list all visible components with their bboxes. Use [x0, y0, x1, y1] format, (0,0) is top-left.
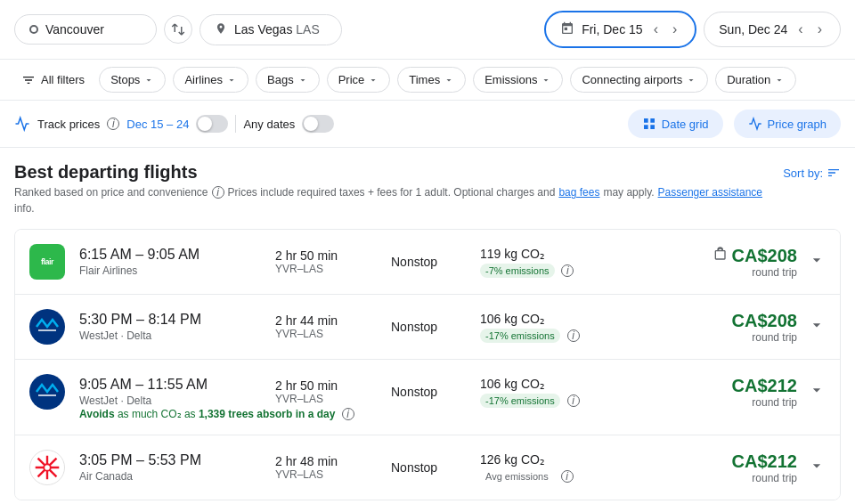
expand-flight-button[interactable] [808, 457, 826, 479]
track-prices-left: Track prices i Dec 15 – 24 Any dates [14, 115, 614, 133]
emissions-amount: 119 kg CO₂ [480, 247, 623, 261]
flight-duration: 2 hr 50 min [275, 248, 391, 263]
flight-time-range: 5:30 PM – 8:14 PM [79, 312, 275, 328]
expand-flight-button[interactable] [808, 251, 826, 273]
swap-button[interactable] [164, 15, 192, 44]
bags-filter-button[interactable]: Bags [256, 67, 320, 93]
price-label: round trip [752, 472, 797, 484]
flight-emissions-column: 119 kg CO₂ -7% emissions i [480, 247, 623, 278]
emissions-amount: 106 kg CO₂ [480, 312, 623, 326]
origin-dot-icon [29, 25, 38, 34]
eco-trees-amount: 1,339 trees absorb in a day [199, 408, 335, 420]
stops-filter-label: Stops [110, 73, 140, 86]
flair-airline-logo: flair [29, 244, 65, 280]
flight-times-column: 3:05 PM – 5:53 PM Air Canada [79, 452, 275, 483]
price-graph-button[interactable]: Price graph [734, 110, 841, 138]
track-prices-label: Track prices [37, 118, 100, 131]
all-filters-label: All filters [41, 73, 85, 86]
dest-pin-icon [215, 22, 227, 37]
airline-name: WestJet · Delta [79, 394, 275, 407]
sort-by-control[interactable]: Sort by: [783, 162, 841, 180]
flight-price-column: CA$212 round trip [623, 451, 797, 484]
westjet-airline-logo [29, 374, 65, 410]
airline-name: WestJet · Delta [79, 329, 275, 342]
destination-field[interactable]: Las Vegas LAS [200, 14, 342, 45]
times-filter-label: Times [409, 73, 440, 86]
duration-filter-label: Duration [727, 73, 770, 86]
flight-stops-column: Nonstop [391, 460, 480, 475]
track-prices-info-icon[interactable]: i [107, 118, 119, 130]
flight-price: CA$212 [732, 376, 797, 396]
flight-price: CA$208 [732, 311, 797, 331]
price-filter-label: Price [338, 73, 365, 86]
return-date-text: Sun, Dec 24 [719, 22, 787, 37]
all-filters-button[interactable]: All filters [14, 68, 92, 93]
date-grid-icon [642, 117, 656, 131]
flight-stops: Nonstop [391, 320, 437, 334]
return-next-button[interactable]: › [814, 20, 826, 39]
sort-by-label: Sort by: [783, 167, 823, 180]
flight-row[interactable]: 9:05 AM – 11:55 AM WestJet · Delta 2 hr … [15, 360, 840, 435]
price-filter-button[interactable]: Price [327, 67, 391, 93]
flight-time-range: 3:05 PM – 5:53 PM [79, 452, 275, 468]
luggage-icon [712, 247, 727, 264]
emissions-info-icon[interactable]: i [567, 394, 580, 407]
subtitle-info-icon[interactable]: i [212, 186, 224, 199]
emissions-info-icon[interactable]: i [567, 329, 580, 342]
emissions-info-icon[interactable]: i [561, 264, 574, 277]
price-graph-label: Price graph [768, 118, 826, 131]
connecting-airports-filter-button[interactable]: Connecting airports [570, 67, 708, 93]
origin-text: Vancouver [45, 22, 104, 37]
times-filter-button[interactable]: Times [397, 67, 466, 93]
return-date-field[interactable]: Sun, Dec 24 ‹ › [704, 12, 841, 47]
eco-info-icon[interactable]: i [342, 408, 354, 420]
stops-filter-button[interactable]: Stops [99, 67, 166, 93]
emissions-badge: -17% emissions [480, 394, 560, 408]
expand-flight-button[interactable] [808, 316, 826, 338]
track-prices-toggle[interactable] [196, 115, 228, 133]
flight-route: YVR–LAS [275, 328, 391, 340]
flight-stops: Nonstop [391, 385, 437, 399]
duration-filter-button[interactable]: Duration [715, 67, 796, 93]
flight-times-column: 9:05 AM – 11:55 AM WestJet · Delta [79, 377, 275, 407]
subtitle-ranked-text: Ranked based on price and convenience [14, 186, 208, 199]
emissions-filter-button[interactable]: Emissions [473, 67, 563, 93]
flight-row[interactable]: 5:30 PM – 8:14 PM WestJet · Delta 2 hr 4… [15, 295, 840, 360]
flight-stops-column: Nonstop [391, 385, 480, 399]
flight-duration: 2 hr 44 min [275, 313, 391, 328]
price-label: round trip [752, 331, 797, 344]
bag-fees-link[interactable]: bag fees [558, 186, 599, 199]
flight-route: YVR–LAS [275, 393, 391, 405]
date-grid-button[interactable]: Date grid [628, 110, 723, 138]
flight-list: flair 6:15 AM – 9:05 AM Flair Airlines 2… [14, 229, 841, 500]
origin-field[interactable]: Vancouver [14, 14, 157, 45]
eco-note-row: Avoids as much CO₂ as 1,339 trees absorb… [29, 406, 354, 420]
emissions-amount: 106 kg CO₂ [480, 377, 623, 391]
flight-duration: 2 hr 50 min [275, 378, 391, 393]
airlines-filter-button[interactable]: Airlines [173, 67, 248, 93]
eco-note-text: Avoids as much CO₂ as 1,339 trees absorb… [79, 408, 338, 420]
bags-filter-label: Bags [267, 73, 294, 86]
track-prices-date: Dec 15 – 24 [126, 118, 189, 131]
passenger-assistance-link[interactable]: Passenger assistance [658, 186, 762, 199]
results-subtitle: Ranked based on price and convenience i … [14, 186, 783, 215]
flight-row[interactable]: 3:05 PM – 5:53 PM Air Canada 2 hr 48 min… [15, 435, 840, 500]
depart-prev-button[interactable]: ‹ [650, 20, 662, 39]
price-label: round trip [752, 396, 797, 409]
any-dates-toggle[interactable] [302, 115, 334, 133]
emissions-badge: Avg emissions [480, 469, 554, 484]
emissions-filter-label: Emissions [484, 73, 537, 86]
depart-date-field[interactable]: Fri, Dec 15 ‹ › [544, 11, 696, 48]
return-prev-button[interactable]: ‹ [794, 20, 806, 39]
any-dates-label: Any dates [243, 118, 295, 131]
emissions-info-icon[interactable]: i [561, 470, 574, 483]
flight-emissions-column: 106 kg CO₂ -17% emissions i [480, 312, 623, 343]
flight-stops: Nonstop [391, 255, 437, 269]
flight-emissions-column: 106 kg CO₂ -17% emissions i [480, 377, 623, 408]
flight-row[interactable]: flair 6:15 AM – 9:05 AM Flair Airlines 2… [15, 230, 840, 295]
best-departing-title: Best departing flights [14, 162, 783, 183]
expand-flight-button[interactable] [808, 381, 826, 403]
info-suffix-text: info. [14, 202, 35, 215]
connecting-airports-filter-label: Connecting airports [582, 73, 682, 86]
depart-next-button[interactable]: › [669, 20, 680, 39]
